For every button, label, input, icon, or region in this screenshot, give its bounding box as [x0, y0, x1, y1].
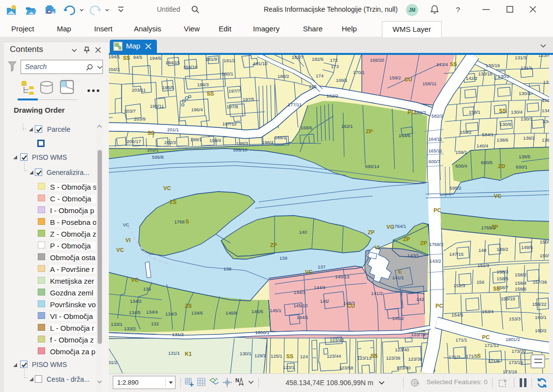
- svg-text:147/15: 147/15: [449, 251, 463, 257]
- svg-text:130/2: 130/2: [498, 74, 509, 79]
- svg-text:1800/1: 1800/1: [255, 330, 269, 335]
- svg-text:133/1: 133/1: [111, 321, 123, 327]
- svg-text:130/1: 130/1: [240, 351, 251, 356]
- svg-text:S: S: [477, 353, 480, 359]
- svg-text:177/11: 177/11: [288, 102, 302, 107]
- svg-text:171/5: 171/5: [466, 353, 478, 359]
- svg-text:145/1: 145/1: [270, 308, 281, 313]
- svg-text:145/2: 145/2: [392, 316, 404, 321]
- svg-text:196/4: 196/4: [191, 107, 203, 112]
- svg-text:131/2: 131/2: [172, 332, 184, 337]
- svg-text:VI: VI: [126, 237, 130, 243]
- svg-text:SS: SS: [493, 286, 501, 292]
- svg-text:145/10: 145/10: [293, 303, 307, 308]
- svg-text:142/2: 142/2: [466, 75, 478, 81]
- svg-text:123/40: 123/40: [396, 365, 410, 370]
- svg-text:130/4: 130/4: [511, 109, 523, 115]
- svg-text:595/2: 595/2: [450, 185, 461, 191]
- svg-text:600/1: 600/1: [516, 164, 528, 170]
- svg-text:153/4: 153/4: [482, 309, 494, 314]
- svg-text:206/17: 206/17: [126, 139, 141, 144]
- svg-text:156: 156: [477, 279, 484, 285]
- svg-text:158/2: 158/2: [389, 75, 401, 80]
- svg-text:198/4: 198/4: [262, 140, 274, 145]
- svg-text:194/16: 194/16: [183, 64, 197, 70]
- svg-text:158/11: 158/11: [423, 81, 436, 86]
- svg-text:138: 138: [224, 266, 231, 271]
- svg-text:142: 142: [416, 296, 424, 302]
- svg-text:158/19: 158/19: [501, 296, 515, 301]
- svg-text:181/10: 181/10: [253, 61, 267, 66]
- svg-text:PC: PC: [435, 303, 443, 309]
- svg-text:197/8: 197/8: [226, 104, 238, 109]
- svg-text:160/2: 160/2: [535, 328, 547, 333]
- svg-text:158/20: 158/20: [370, 57, 384, 63]
- svg-text:S: S: [185, 219, 189, 224]
- svg-text:173: 173: [331, 64, 339, 69]
- svg-text:164/6: 164/6: [399, 133, 410, 138]
- svg-text:141/2: 141/2: [371, 291, 383, 296]
- svg-text:162/2: 162/2: [327, 93, 338, 98]
- svg-text:ZP: ZP: [420, 240, 427, 246]
- svg-text:133/2: 133/2: [124, 326, 136, 331]
- svg-text:137: 137: [318, 264, 326, 270]
- svg-text:171/3: 171/3: [449, 354, 460, 360]
- svg-text:VC: VC: [305, 269, 312, 275]
- svg-text:SS: SS: [450, 61, 457, 67]
- svg-text:159/1: 159/1: [455, 149, 467, 155]
- svg-text:136: 136: [143, 286, 151, 292]
- svg-text:1764/1: 1764/1: [392, 223, 406, 229]
- svg-text:143/1: 143/1: [407, 253, 419, 258]
- svg-text:ZP: ZP: [270, 242, 277, 248]
- svg-text:123/79: 123/79: [411, 332, 425, 337]
- svg-text:130/8: 130/8: [500, 122, 511, 127]
- svg-text:ZD: ZD: [498, 163, 505, 169]
- svg-text:159/2: 159/2: [460, 129, 472, 135]
- svg-text:VC: VC: [494, 193, 501, 199]
- svg-text:582/2: 582/2: [431, 113, 443, 119]
- svg-text:ZS: ZS: [170, 199, 176, 205]
- svg-text:PC: PC: [407, 109, 415, 115]
- svg-text:196/3: 196/3: [197, 82, 209, 87]
- svg-text:158/3: 158/3: [497, 269, 508, 274]
- svg-text:131/1: 131/1: [168, 350, 180, 356]
- svg-text:136: 136: [542, 98, 550, 103]
- svg-text:158/4: 158/4: [515, 280, 527, 286]
- svg-text:K1: K1: [185, 351, 192, 357]
- svg-text:1801/2: 1801/2: [505, 337, 520, 342]
- svg-text:SS: SS: [148, 130, 155, 136]
- svg-text:158/1: 158/1: [469, 109, 480, 115]
- svg-text:204/3: 204/3: [109, 67, 120, 72]
- svg-text:181/9: 181/9: [205, 56, 217, 62]
- svg-text:PC: PC: [482, 334, 489, 340]
- svg-text:173/18: 173/18: [503, 369, 517, 373]
- svg-text:203/9: 203/9: [134, 116, 146, 122]
- svg-text:145/: 145/: [320, 298, 329, 304]
- svg-text:143/2: 143/2: [429, 258, 441, 264]
- svg-text:ZP: ZP: [366, 128, 373, 134]
- svg-text:584/1: 584/1: [482, 132, 494, 137]
- svg-text:182/6: 182/6: [312, 56, 324, 62]
- svg-text:144/4: 144/4: [314, 285, 326, 290]
- svg-text:168/6: 168/6: [301, 125, 312, 130]
- svg-text:158/2: 158/2: [515, 272, 527, 277]
- svg-text:582/3: 582/3: [414, 110, 426, 115]
- svg-text:144/1: 144/1: [297, 315, 308, 320]
- svg-text:171/13: 171/13: [484, 343, 499, 348]
- svg-text:CU: CU: [347, 303, 355, 309]
- svg-text:VC: VC: [131, 277, 138, 283]
- svg-text:153/3: 153/3: [509, 316, 521, 321]
- svg-text:146/6: 146/6: [251, 309, 263, 314]
- svg-text:129/1: 129/1: [254, 353, 266, 358]
- svg-text:1768: 1768: [174, 219, 184, 224]
- svg-text:130/19: 130/19: [485, 63, 500, 68]
- svg-text:VC: VC: [116, 247, 124, 253]
- svg-text:194/15: 194/15: [165, 60, 179, 65]
- svg-text:123/58: 123/58: [339, 365, 353, 370]
- svg-text:139: 139: [279, 255, 287, 261]
- svg-text:595/14: 595/14: [365, 164, 379, 169]
- svg-text:130/3: 130/3: [521, 116, 532, 122]
- svg-text:600/7: 600/7: [428, 159, 440, 164]
- svg-text:E: E: [398, 269, 402, 274]
- svg-text:164/11: 164/11: [428, 136, 442, 142]
